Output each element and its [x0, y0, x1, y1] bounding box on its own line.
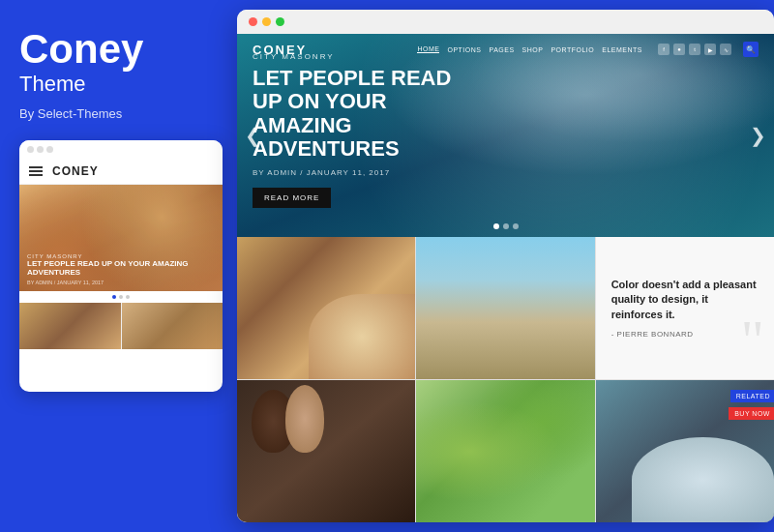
mobile-mockup: CONEY CITY MASONRY LET PEOPLE READ UP ON…	[19, 140, 223, 392]
mobile-grid-coffee	[122, 303, 223, 349]
search-button[interactable]: 🔍	[743, 42, 759, 57]
desktop-logo: CONEY	[253, 43, 307, 57]
hero-title: LET PEOPLE READ UP ON YOUR AMAZING ADVEN…	[253, 67, 465, 161]
hero-dot-3	[513, 223, 519, 229]
mobile-nav: CONEY	[19, 159, 223, 185]
quote-text: Color doesn't add a pleasant quality to …	[611, 278, 759, 322]
chrome-close-dot	[249, 17, 257, 26]
hero-dot-2	[503, 223, 509, 229]
grid-bowl-cell: RELATED BUY NOW	[596, 380, 774, 522]
grid-van-cell	[416, 237, 594, 379]
grid-couple-cell	[237, 380, 415, 522]
hero-slide-dots	[493, 223, 519, 229]
nav-elements[interactable]: ELEMENTS	[602, 46, 642, 53]
chrome-minimize-dot	[262, 17, 271, 26]
nav-options[interactable]: OPTIONS	[447, 46, 481, 53]
mobile-slide-dot-3	[126, 295, 130, 299]
grid-quote-cell: Color doesn't add a pleasant quality to …	[596, 237, 774, 379]
chrome-maximize-dot	[276, 17, 284, 26]
buy-now-badge: BUY NOW	[729, 407, 774, 420]
desktop-mockup: CONEY HOME OPTIONS PAGES SHOP PORTFOLIO …	[237, 10, 774, 522]
facebook-icon[interactable]: f	[658, 44, 670, 55]
grid-food-cell	[237, 237, 415, 379]
twitter-icon[interactable]: t	[689, 44, 700, 55]
rss-icon[interactable]: ∿	[720, 44, 731, 55]
mobile-byline: BY ADMIN / JANUARY 11, 2017	[27, 280, 215, 285]
mobile-dots	[19, 291, 223, 303]
desktop-hero: CONEY HOME OPTIONS PAGES SHOP PORTFOLIO …	[237, 34, 774, 237]
hero-content: CITY MASONRY LET PEOPLE READ UP ON YOUR …	[253, 52, 465, 208]
mobile-headline: LET PEOPLE READ UP ON YOUR AMAZING ADVEN…	[27, 259, 215, 278]
nav-home[interactable]: HOME	[417, 45, 439, 53]
hero-prev-arrow[interactable]: ❮	[245, 124, 261, 147]
mobile-dot-1	[27, 146, 34, 153]
mobile-slide-dot-1	[112, 295, 116, 299]
left-panel: Coney Theme By Select-Themes CONEY CITY …	[0, 0, 237, 532]
mobile-logo: CONEY	[52, 164, 99, 178]
instagram-icon[interactable]: ●	[673, 44, 685, 55]
browser-chrome	[237, 10, 774, 34]
mobile-hero: CITY MASONRY LET PEOPLE READ UP ON YOUR …	[19, 185, 223, 291]
mobile-dot-2	[37, 146, 44, 153]
hero-dot-1	[493, 223, 499, 229]
mobile-grid-food	[19, 303, 121, 349]
content-grid: Color doesn't add a pleasant quality to …	[237, 237, 774, 522]
grid-plant-cell	[416, 380, 594, 522]
nav-shop[interactable]: SHOP	[522, 46, 544, 53]
nav-pages[interactable]: PAGES	[489, 46, 514, 53]
mobile-content-grid	[19, 303, 223, 349]
hero-meta: BY ADMIN / JANUARY 11, 2017	[253, 168, 465, 177]
hero-next-arrow[interactable]: ❯	[750, 124, 766, 147]
hamburger-icon[interactable]	[29, 166, 43, 176]
theme-title: Coney	[19, 29, 218, 70]
nav-social-icons: f ● t ▶ ∿	[658, 44, 731, 55]
mobile-slide-dot-2	[119, 295, 123, 299]
youtube-icon[interactable]: ▶	[704, 44, 716, 55]
theme-subtitle: Theme	[19, 72, 218, 97]
read-more-button[interactable]: READ MORE	[253, 188, 331, 208]
mobile-dot-3	[46, 146, 53, 153]
quote-mark-icon: "	[740, 311, 764, 369]
quote-author: - PIERRE BONNARD	[611, 330, 759, 339]
desktop-navbar: CONEY HOME OPTIONS PAGES SHOP PORTFOLIO …	[237, 34, 774, 65]
related-badge: RELATED	[730, 390, 774, 402]
theme-byline: By Select-Themes	[19, 106, 218, 121]
nav-portfolio[interactable]: PORTFOLIO	[551, 46, 594, 53]
desktop-nav-links: HOME OPTIONS PAGES SHOP PORTFOLIO ELEMEN…	[417, 42, 759, 57]
mobile-browser-bar	[19, 140, 223, 159]
